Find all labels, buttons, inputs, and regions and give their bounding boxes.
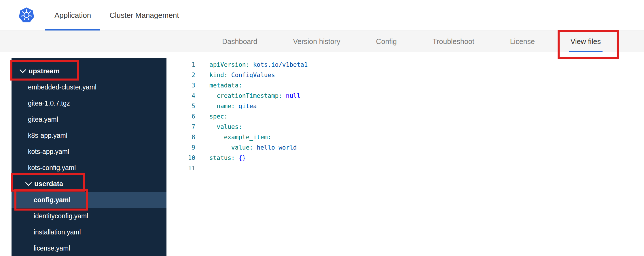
code-line: 8 example_item: [166,132,644,142]
line-number: 2 [166,70,195,80]
tree-item-label: gitea.yaml [28,116,58,123]
line-number: 5 [166,101,195,111]
code-text: status: {} [195,153,246,163]
code-line: 1apiVersion: kots.io/v1beta1 [166,60,644,70]
tree-item-kots-config-yaml[interactable]: kots-config.yaml [12,160,166,176]
tab-cluster-management[interactable]: Cluster Management [100,0,188,30]
tree-item-label: installation.yaml [34,228,81,236]
tree-item-kots-app-yaml[interactable]: kots-app.yaml [12,144,166,160]
code-line: 3metadata: [166,80,644,91]
tree-item-identityconfig-yaml[interactable]: identityconfig.yaml [12,208,166,224]
code-line: 11 [166,163,644,173]
chevron-down-icon [20,67,26,73]
subnav-item-config[interactable]: Config [358,31,414,52]
code-line: 4 creationTimestamp: null [166,91,644,101]
file-tree: upstreamembedded-cluster.yamlgitea-1.0.7… [12,58,166,256]
code-line: 2kind: ConfigValues [166,70,644,80]
tree-item-label: identityconfig.yaml [34,212,88,220]
tree-item-embedded-cluster-yaml[interactable]: embedded-cluster.yaml [12,79,166,95]
tree-item-label: gitea-1.0.7.tgz [28,100,70,107]
code-line: 7 values: [166,122,644,132]
code-line: 9 value: hello world [166,142,644,153]
chevron-down-icon [25,179,32,186]
code-text: values: [195,122,242,132]
main-content: upstreamembedded-cluster.yamlgitea-1.0.7… [0,52,644,256]
tree-item-label: license.yaml [34,244,70,252]
file-tree-sidebar: upstreamembedded-cluster.yamlgitea-1.0.7… [12,58,166,256]
code-text [195,163,209,173]
subnav-item-dashboard[interactable]: Dashboard [204,31,275,52]
line-number: 6 [166,111,195,122]
line-number: 8 [166,132,195,142]
code-line: 5 name: gitea [166,101,644,111]
tree-item-gitea-1-0-7-tgz[interactable]: gitea-1.0.7.tgz [12,95,166,111]
tree-item-license-yaml[interactable]: license.yaml [12,240,166,256]
tree-item-k8s-app-yaml[interactable]: k8s-app.yaml [12,127,166,144]
line-number: 11 [166,163,195,173]
tree-item-label: upstream [29,67,60,75]
tree-item-userdata[interactable]: userdata [12,176,166,192]
header-tabs: Application Cluster Management [45,0,188,30]
tree-item-label: k8s-app.yaml [28,132,67,140]
tree-item-label: userdata [34,180,63,188]
line-number: 10 [166,153,195,163]
code-text: kind: ConfigValues [195,70,275,80]
kubernetes-logo-icon [18,7,35,24]
line-number: 1 [166,60,195,70]
line-number: 7 [166,122,195,132]
tree-item-label: kots-app.yaml [28,148,69,156]
subnav-item-view-files[interactable]: View files [553,31,619,52]
code-text: apiVersion: kots.io/v1beta1 [195,60,308,70]
tree-item-upstream[interactable]: upstream [12,63,166,79]
code-line: 10status: {} [166,153,644,163]
code-editor[interactable]: 1apiVersion: kots.io/v1beta12kind: Confi… [166,52,644,256]
tree-item-label: kots-config.yaml [28,164,76,172]
code-text: name: gitea [195,101,257,111]
tab-application[interactable]: Application [45,0,100,30]
code-text: creationTimestamp: null [195,91,300,101]
code-text: value: hello world [195,142,297,153]
subnav-item-troubleshoot[interactable]: Troubleshoot [415,31,492,52]
subnav: DashboardVersion historyConfigTroublesho… [0,31,644,52]
subnav-item-version-history[interactable]: Version history [275,31,358,52]
code-lines: 1apiVersion: kots.io/v1beta12kind: Confi… [166,60,644,173]
line-number: 4 [166,91,195,101]
line-number: 9 [166,142,195,153]
subnav-item-license[interactable]: License [492,31,553,52]
line-number: 3 [166,80,195,91]
code-text: metadata: [195,80,242,91]
code-line: 6spec: [166,111,644,122]
code-text: example_item: [195,132,271,142]
tree-item-config-yaml[interactable]: config.yaml [12,192,166,208]
tree-item-installation-yaml[interactable]: installation.yaml [12,224,166,240]
app-header: Application Cluster Management [0,0,644,31]
tree-item-gitea-yaml[interactable]: gitea.yaml [12,111,166,127]
tree-item-label: embedded-cluster.yaml [28,83,96,91]
tree-item-label: config.yaml [34,196,71,204]
code-text: spec: [195,111,228,122]
